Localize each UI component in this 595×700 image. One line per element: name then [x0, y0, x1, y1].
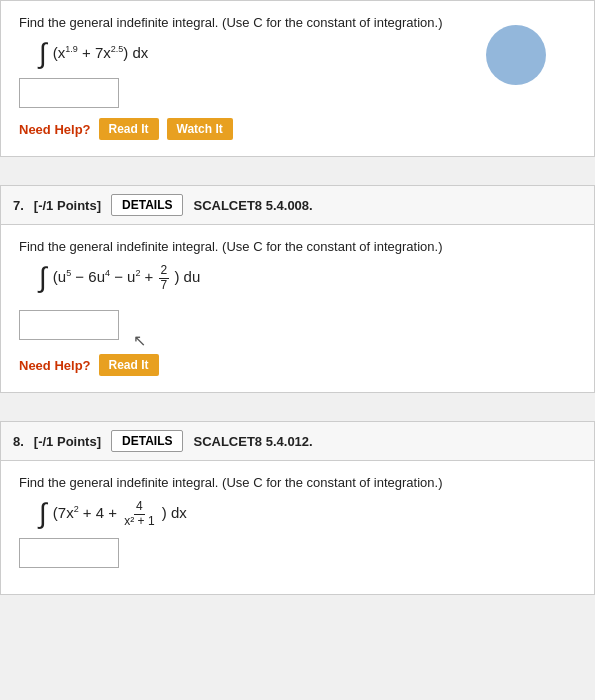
problem-8-header: 8. [-/1 Points] DETAILS SCALCET8 5.4.012…	[1, 422, 594, 461]
problem-8-code: SCALCET8 5.4.012.	[193, 434, 312, 449]
problem-8-integral: ∫ (7x2 + 4 + 4 x² + 1 ) dx	[39, 498, 576, 530]
top-need-help-row: Need Help? Read It Watch It	[19, 118, 576, 140]
p7-integral-symbol: ∫	[39, 262, 47, 293]
p8-fraction-den: x² + 1	[122, 515, 156, 528]
p7-cursor: ↖	[133, 331, 146, 350]
p7-fraction-num: 2	[159, 264, 170, 278]
p7-expr-open: (u5 − 6u4 − u2 +	[53, 268, 158, 285]
problem-7-header: 7. [-/1 Points] DETAILS SCALCET8 5.4.008…	[1, 186, 594, 225]
p7-expr-close: ) du	[174, 268, 200, 285]
problem-7-read-it-button[interactable]: Read It	[99, 354, 159, 376]
page-wrapper: Find the general indefinite integral. (U…	[0, 0, 595, 595]
p8-expr-open: (7x2 + 4 +	[53, 504, 121, 521]
top-watch-it-button[interactable]: Watch It	[167, 118, 233, 140]
top-answer-box[interactable]	[19, 78, 119, 108]
problem-7-answer-box[interactable]	[19, 310, 119, 340]
integral-symbol: ∫	[39, 38, 47, 69]
problem-7-container: 7. [-/1 Points] DETAILS SCALCET8 5.4.008…	[0, 185, 595, 393]
top-problem-text: Find the general indefinite integral. (U…	[19, 15, 576, 30]
problem-8-number: 8.	[13, 434, 24, 449]
p7-fraction-den: 7	[159, 279, 170, 292]
blue-circle-decoration	[486, 25, 546, 85]
problem-7-code: SCALCET8 5.4.008.	[193, 198, 312, 213]
problem-7-need-help-row: Need Help? Read It	[19, 354, 576, 376]
problem-8-details-button[interactable]: DETAILS	[111, 430, 183, 452]
problem-7-need-help-label: Need Help?	[19, 358, 91, 373]
p8-fraction: 4 x² + 1	[122, 500, 156, 527]
problem-8-points: [-/1 Points]	[34, 434, 101, 449]
problem-7-body: Find the general indefinite integral. (U…	[1, 225, 594, 392]
problem-7-number: 7.	[13, 198, 24, 213]
p7-fraction: 2 7	[159, 264, 170, 291]
problem-7-points: [-/1 Points]	[34, 198, 101, 213]
p8-fraction-num: 4	[134, 500, 145, 514]
spacer1	[0, 165, 595, 177]
top-integral-expr: (x1.9 + 7x2.5) dx	[53, 44, 148, 61]
problem-8-body: Find the general indefinite integral. (U…	[1, 461, 594, 594]
p8-expr-close: ) dx	[162, 504, 187, 521]
top-problem-section: Find the general indefinite integral. (U…	[0, 0, 595, 157]
spacer2	[0, 401, 595, 413]
problem-8-text: Find the general indefinite integral. (U…	[19, 475, 576, 490]
top-need-help-label: Need Help?	[19, 122, 91, 137]
problem-8-answer-box[interactable]	[19, 538, 119, 568]
problem-8-container: 8. [-/1 Points] DETAILS SCALCET8 5.4.012…	[0, 421, 595, 595]
problem-7-integral: ∫ (u5 − 6u4 − u2 + 2 7 ) du	[39, 262, 576, 294]
problem-7-text: Find the general indefinite integral. (U…	[19, 239, 576, 254]
top-section-inner: Find the general indefinite integral. (U…	[19, 15, 576, 140]
p8-integral-symbol: ∫	[39, 498, 47, 529]
top-read-it-button[interactable]: Read It	[99, 118, 159, 140]
problem-7-details-button[interactable]: DETAILS	[111, 194, 183, 216]
